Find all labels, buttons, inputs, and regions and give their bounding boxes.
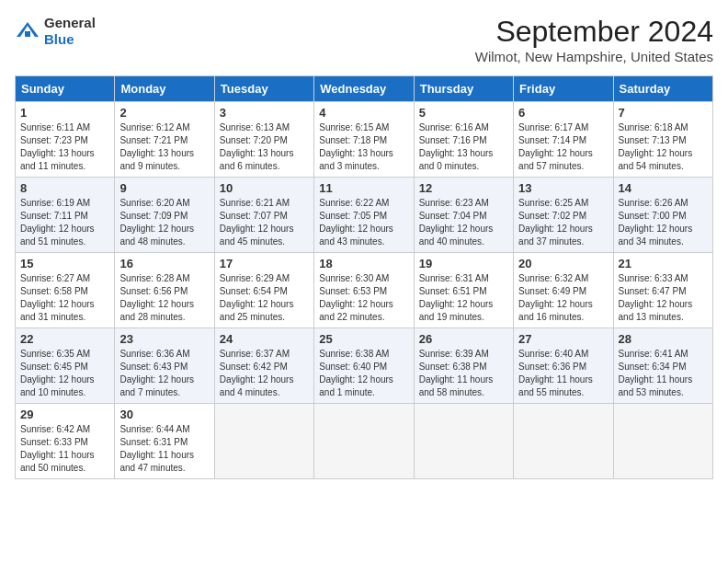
cell-content: Sunrise: 6:22 AM Sunset: 7:05 PM Dayligh…: [319, 197, 408, 248]
logo-text: General Blue: [44, 15, 96, 48]
day-number: 15: [20, 257, 109, 270]
cell-content: Sunrise: 6:11 AM Sunset: 7:23 PM Dayligh…: [20, 121, 109, 173]
day-number: 20: [518, 257, 608, 270]
day-number: 6: [518, 106, 608, 120]
calendar-cell: [214, 404, 313, 479]
logo-icon: [15, 18, 40, 44]
calendar-cell: 25Sunrise: 6:38 AM Sunset: 6:40 PM Dayli…: [314, 328, 414, 404]
cell-content: Sunrise: 6:27 AM Sunset: 6:58 PM Dayligh…: [20, 272, 109, 324]
cell-content: Sunrise: 6:13 AM Sunset: 7:20 PM Dayligh…: [220, 121, 309, 173]
cell-content: Sunrise: 6:41 AM Sunset: 6:34 PM Dayligh…: [619, 348, 708, 399]
col-header-friday: Friday: [514, 76, 613, 102]
day-number: 24: [220, 332, 309, 346]
cell-content: Sunrise: 6:25 AM Sunset: 7:02 PM Dayligh…: [518, 197, 608, 248]
col-header-saturday: Saturday: [613, 76, 712, 102]
calendar-week-row: 8Sunrise: 6:19 AM Sunset: 7:11 PM Daylig…: [16, 178, 713, 253]
calendar-cell: 12Sunrise: 6:23 AM Sunset: 7:04 PM Dayli…: [414, 178, 513, 253]
cell-content: Sunrise: 6:16 AM Sunset: 7:16 PM Dayligh…: [419, 121, 508, 173]
calendar-cell: 17Sunrise: 6:29 AM Sunset: 6:54 PM Dayli…: [214, 253, 313, 328]
cell-content: Sunrise: 6:37 AM Sunset: 6:42 PM Dayligh…: [220, 348, 309, 399]
calendar-cell: 16Sunrise: 6:28 AM Sunset: 6:56 PM Dayli…: [115, 253, 214, 328]
calendar-cell: 18Sunrise: 6:30 AM Sunset: 6:53 PM Dayli…: [314, 253, 414, 328]
cell-content: Sunrise: 6:30 AM Sunset: 6:53 PM Dayligh…: [319, 272, 408, 324]
calendar-cell: 5Sunrise: 6:16 AM Sunset: 7:16 PM Daylig…: [414, 102, 513, 178]
col-header-thursday: Thursday: [414, 76, 513, 102]
day-number: 11: [319, 181, 408, 195]
calendar-cell: 11Sunrise: 6:22 AM Sunset: 7:05 PM Dayli…: [314, 178, 414, 253]
day-number: 5: [419, 106, 508, 120]
calendar-cell: 28Sunrise: 6:41 AM Sunset: 6:34 PM Dayli…: [613, 328, 712, 404]
calendar-cell: 22Sunrise: 6:35 AM Sunset: 6:45 PM Dayli…: [16, 328, 115, 404]
logo-general: General: [44, 15, 96, 30]
day-number: 7: [619, 106, 708, 120]
calendar-cell: 21Sunrise: 6:33 AM Sunset: 6:47 PM Dayli…: [613, 253, 712, 328]
cell-content: Sunrise: 6:18 AM Sunset: 7:13 PM Dayligh…: [619, 121, 708, 173]
calendar-cell: [314, 404, 414, 479]
logo-blue: Blue: [44, 31, 74, 47]
day-number: 2: [119, 106, 209, 120]
calendar-cell: 10Sunrise: 6:21 AM Sunset: 7:07 PM Dayli…: [214, 178, 313, 253]
cell-content: Sunrise: 6:40 AM Sunset: 6:36 PM Dayligh…: [518, 348, 608, 399]
calendar-cell: 13Sunrise: 6:25 AM Sunset: 7:02 PM Dayli…: [514, 178, 613, 253]
location-subtitle: Wilmot, New Hampshire, United States: [475, 49, 713, 64]
day-number: 19: [419, 257, 508, 270]
cell-content: Sunrise: 6:21 AM Sunset: 7:07 PM Dayligh…: [220, 197, 309, 248]
cell-content: Sunrise: 6:42 AM Sunset: 6:33 PM Dayligh…: [20, 423, 109, 475]
calendar-cell: 20Sunrise: 6:32 AM Sunset: 6:49 PM Dayli…: [514, 253, 613, 328]
day-number: 1: [20, 106, 109, 120]
cell-content: Sunrise: 6:44 AM Sunset: 6:31 PM Dayligh…: [119, 423, 209, 475]
cell-content: Sunrise: 6:28 AM Sunset: 6:56 PM Dayligh…: [119, 272, 209, 324]
calendar-cell: [514, 404, 613, 479]
day-number: 13: [518, 181, 608, 195]
calendar-header-row: SundayMondayTuesdayWednesdayThursdayFrid…: [16, 76, 713, 102]
day-number: 18: [319, 257, 408, 270]
calendar-cell: 1Sunrise: 6:11 AM Sunset: 7:23 PM Daylig…: [16, 102, 115, 178]
calendar-cell: 9Sunrise: 6:20 AM Sunset: 7:09 PM Daylig…: [115, 178, 214, 253]
cell-content: Sunrise: 6:20 AM Sunset: 7:09 PM Dayligh…: [119, 197, 209, 248]
day-number: 23: [119, 332, 209, 346]
logo: General Blue: [15, 15, 96, 48]
calendar-cell: 30Sunrise: 6:44 AM Sunset: 6:31 PM Dayli…: [115, 404, 214, 479]
calendar-cell: 3Sunrise: 6:13 AM Sunset: 7:20 PM Daylig…: [214, 102, 313, 178]
cell-content: Sunrise: 6:36 AM Sunset: 6:43 PM Dayligh…: [119, 348, 209, 399]
day-number: 22: [20, 332, 109, 346]
calendar-table: SundayMondayTuesdayWednesdayThursdayFrid…: [15, 75, 713, 479]
cell-content: Sunrise: 6:12 AM Sunset: 7:21 PM Dayligh…: [119, 121, 209, 173]
day-number: 4: [319, 106, 408, 120]
calendar-cell: 19Sunrise: 6:31 AM Sunset: 6:51 PM Dayli…: [414, 253, 513, 328]
calendar-week-row: 22Sunrise: 6:35 AM Sunset: 6:45 PM Dayli…: [16, 328, 713, 404]
day-number: 16: [119, 257, 209, 270]
cell-content: Sunrise: 6:32 AM Sunset: 6:49 PM Dayligh…: [518, 272, 608, 324]
day-number: 14: [619, 181, 708, 195]
cell-content: Sunrise: 6:26 AM Sunset: 7:00 PM Dayligh…: [619, 197, 708, 248]
month-title: September 2024: [475, 15, 713, 49]
day-number: 27: [518, 332, 608, 346]
cell-content: Sunrise: 6:19 AM Sunset: 7:11 PM Dayligh…: [20, 197, 109, 248]
cell-content: Sunrise: 6:31 AM Sunset: 6:51 PM Dayligh…: [419, 272, 508, 324]
day-number: 9: [119, 181, 209, 195]
day-number: 8: [20, 181, 109, 195]
cell-content: Sunrise: 6:39 AM Sunset: 6:38 PM Dayligh…: [419, 348, 508, 399]
calendar-cell: 27Sunrise: 6:40 AM Sunset: 6:36 PM Dayli…: [514, 328, 613, 404]
cell-content: Sunrise: 6:17 AM Sunset: 7:14 PM Dayligh…: [518, 121, 608, 173]
calendar-cell: 14Sunrise: 6:26 AM Sunset: 7:00 PM Dayli…: [613, 178, 712, 253]
calendar-week-row: 1Sunrise: 6:11 AM Sunset: 7:23 PM Daylig…: [16, 102, 713, 178]
cell-content: Sunrise: 6:15 AM Sunset: 7:18 PM Dayligh…: [319, 121, 408, 173]
title-block: September 2024 Wilmot, New Hampshire, Un…: [475, 15, 713, 64]
day-number: 17: [220, 257, 309, 270]
day-number: 25: [319, 332, 408, 346]
cell-content: Sunrise: 6:29 AM Sunset: 6:54 PM Dayligh…: [220, 272, 309, 324]
calendar-cell: 29Sunrise: 6:42 AM Sunset: 6:33 PM Dayli…: [16, 404, 115, 479]
calendar-cell: 8Sunrise: 6:19 AM Sunset: 7:11 PM Daylig…: [16, 178, 115, 253]
calendar-cell: 4Sunrise: 6:15 AM Sunset: 7:18 PM Daylig…: [314, 102, 414, 178]
calendar-cell: 24Sunrise: 6:37 AM Sunset: 6:42 PM Dayli…: [214, 328, 313, 404]
calendar-cell: [414, 404, 513, 479]
calendar-cell: 23Sunrise: 6:36 AM Sunset: 6:43 PM Dayli…: [115, 328, 214, 404]
calendar-cell: 15Sunrise: 6:27 AM Sunset: 6:58 PM Dayli…: [16, 253, 115, 328]
cell-content: Sunrise: 6:23 AM Sunset: 7:04 PM Dayligh…: [419, 197, 508, 248]
cell-content: Sunrise: 6:35 AM Sunset: 6:45 PM Dayligh…: [20, 348, 109, 399]
day-number: 10: [220, 181, 309, 195]
day-number: 30: [119, 408, 209, 421]
calendar-cell: 26Sunrise: 6:39 AM Sunset: 6:38 PM Dayli…: [414, 328, 513, 404]
calendar-cell: 6Sunrise: 6:17 AM Sunset: 7:14 PM Daylig…: [514, 102, 613, 178]
